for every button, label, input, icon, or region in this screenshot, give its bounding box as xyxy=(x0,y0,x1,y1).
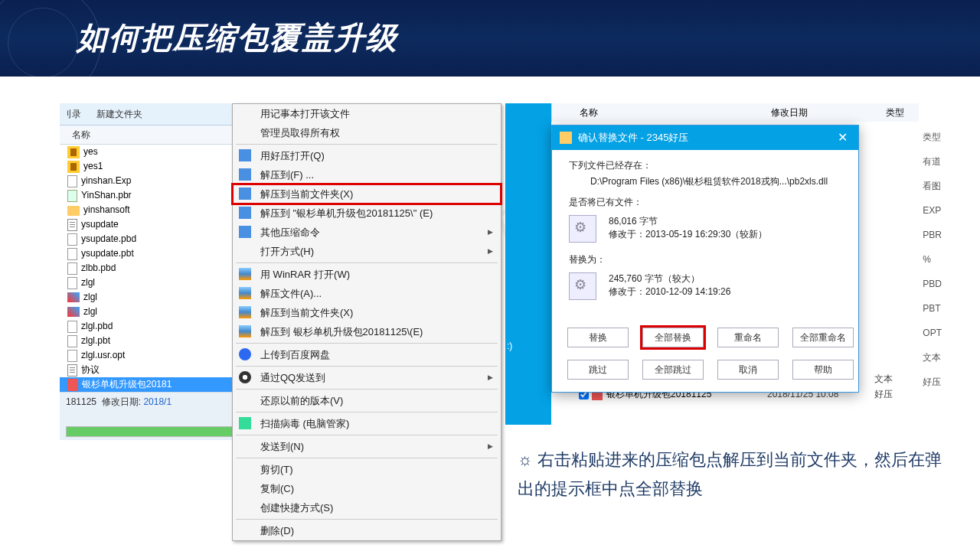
menu-icon xyxy=(239,306,251,318)
dialog-button[interactable]: 全部重命名 xyxy=(792,328,854,347)
menu-item[interactable]: 解压到当前文件夹(X) xyxy=(233,184,501,204)
dialog-titlebar[interactable]: 确认替换文件 - 2345好压 ✕ xyxy=(552,126,858,150)
menu-item[interactable]: 上传到百度网盘 xyxy=(233,345,501,364)
dialog-button[interactable]: 跳过 xyxy=(567,360,629,380)
dialog-button[interactable]: 帮助 xyxy=(792,360,854,380)
file-icon xyxy=(67,146,80,158)
menu-item[interactable]: 复制(C) xyxy=(233,479,501,498)
replace-dialog: 确认替换文件 - 2345好压 ✕ 下列文件已经存在： D:\Program F… xyxy=(551,125,859,393)
file-icon xyxy=(67,190,77,202)
close-icon[interactable]: ✕ xyxy=(826,126,858,150)
menu-item[interactable]: 创建快捷方式(S) xyxy=(233,498,501,517)
menu-item[interactable]: 剪切(T) xyxy=(233,460,501,479)
menu-item[interactable]: 用记事本打开该文件 xyxy=(233,104,501,123)
explorer-screenshot: 刂录新建文件夹 名称 yesyes1yinshan.ExpYinShan.pbr… xyxy=(60,103,443,440)
file-icon xyxy=(67,219,77,231)
file-icon xyxy=(67,206,80,216)
menu-item[interactable]: 发送到(N) xyxy=(233,437,501,456)
menu-item[interactable]: 解压文件(A)... xyxy=(233,284,501,303)
menu-item[interactable]: 其他压缩命令 xyxy=(233,223,501,242)
menu-icon xyxy=(239,268,251,280)
file-icon xyxy=(67,292,80,302)
dialog-button[interactable]: 全部跳过 xyxy=(642,360,704,380)
instruction-text: ☼ 右击粘贴进来的压缩包点解压到当前文件夹，然后在弹出的提示框中点全部替换 xyxy=(518,445,946,504)
dialog-button[interactable]: 替换 xyxy=(567,328,629,347)
dialog-button[interactable]: 重命名 xyxy=(717,328,779,347)
file-icon xyxy=(67,379,78,391)
menu-icon xyxy=(239,348,251,360)
menu-icon xyxy=(239,226,251,238)
file-icon xyxy=(67,161,80,173)
dialog-screenshot: 名称修改日期类型 确认替换文件 - 2345好压 ✕ 下列文件已经存在： D:\… xyxy=(551,103,919,122)
menu-icon xyxy=(239,187,251,200)
file-icon xyxy=(569,272,596,300)
menu-item[interactable]: 管理员取得所有权 xyxy=(233,123,501,142)
file-icon xyxy=(67,350,77,362)
menu-item[interactable]: 解压到 "银杉单机升级包20181125\" (E) xyxy=(233,204,501,223)
menu-item[interactable]: 解压到当前文件夹(X) xyxy=(233,303,501,322)
file-icon xyxy=(67,335,77,347)
menu-item[interactable]: 用好压打开(Q) xyxy=(233,146,501,165)
file-icon xyxy=(67,307,80,317)
menu-icon xyxy=(239,371,251,383)
menu-icon xyxy=(239,149,251,161)
menu-item[interactable]: 通过QQ发送到 xyxy=(233,368,501,387)
menu-icon xyxy=(239,287,251,299)
menu-icon xyxy=(239,417,251,429)
file-icon xyxy=(67,364,77,377)
menu-icon xyxy=(239,207,251,219)
menu-item[interactable]: 删除(D) xyxy=(233,521,501,540)
menu-item[interactable]: 扫描病毒 (电脑管家) xyxy=(233,414,501,433)
file-icon xyxy=(67,262,77,275)
file-icon xyxy=(67,321,77,333)
dialog-button[interactable]: 取消 xyxy=(717,360,779,380)
file-icon xyxy=(67,233,77,246)
menu-item[interactable]: 还原以前的版本(V) xyxy=(233,391,501,410)
slide-title: 如何把压缩包覆盖升级 xyxy=(77,17,398,59)
menu-item[interactable]: 解压到(F) ... xyxy=(233,165,501,184)
file-icon xyxy=(569,215,596,243)
file-icon xyxy=(67,248,77,260)
context-menu[interactable]: 用记事本打开该文件管理员取得所有权用好压打开(Q)解压到(F) ...解压到当前… xyxy=(232,103,501,541)
dialog-button[interactable]: 全部替换 xyxy=(642,328,704,347)
file-icon xyxy=(67,277,77,289)
menu-item[interactable]: 解压到 银杉单机升级包20181125\(E) xyxy=(233,322,501,341)
menu-icon xyxy=(239,325,251,337)
menu-icon xyxy=(239,168,251,181)
right-header: 名称修改日期类型 xyxy=(551,103,919,122)
menu-item[interactable]: 打开方式(H) xyxy=(233,242,501,261)
menu-item[interactable]: 用 WinRAR 打开(W) xyxy=(233,265,501,284)
file-icon xyxy=(67,175,77,187)
